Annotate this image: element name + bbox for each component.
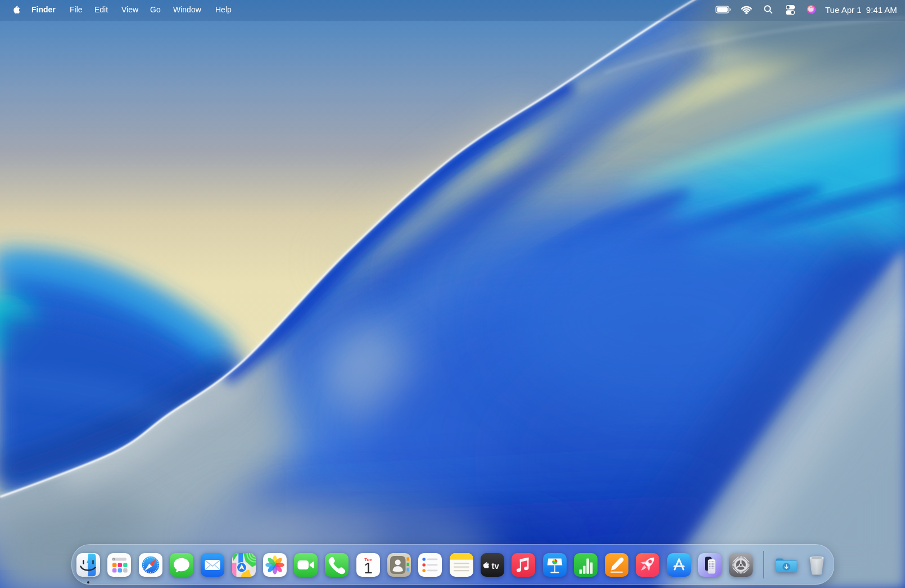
svg-text:tv: tv [491, 561, 499, 571]
svg-text:1: 1 [364, 559, 373, 577]
